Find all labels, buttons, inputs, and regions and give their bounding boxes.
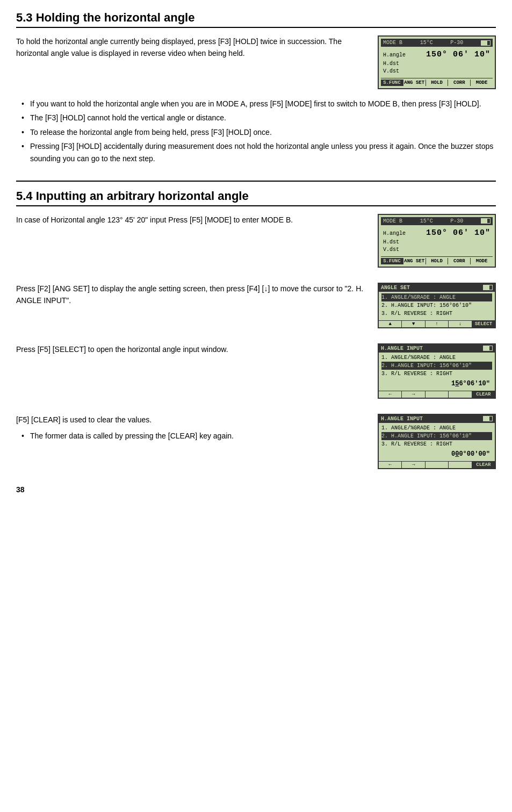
hangle-row-s1: H.angle 150° 06′ 10″ xyxy=(383,227,491,239)
step-4: [F5] [CLEAR] is used to clear the values… xyxy=(16,414,496,469)
section-54-title: 5.4 Inputting an arbitrary horizontal an… xyxy=(16,189,496,206)
section-53-intro: To hold the horizontal angle currently b… xyxy=(16,35,367,60)
lcd-battery-icon xyxy=(481,40,491,46)
angle-set-row-2: 2. H.ANGLE INPUT: 156°06′10″ xyxy=(381,301,492,310)
lcd-as-footer: ▲ ▼ ↑ ↓ SELECT xyxy=(379,320,495,327)
lcd-temp: 15°C xyxy=(420,40,433,46)
btn-corr-s1[interactable]: CORR xyxy=(448,258,471,264)
step-1-desc: In case of Horizontal angle 123° 45' 20"… xyxy=(16,214,367,226)
lcd-header-1: MODE B 15°C P-30 xyxy=(381,39,493,47)
lcd-hangle-row: H.angle 150° 06′ 10″ xyxy=(383,49,491,60)
btn-hold[interactable]: HOLD xyxy=(426,80,449,86)
btn-empty-2 xyxy=(449,391,472,398)
hdst-label: H.dst xyxy=(383,60,410,68)
bullet-3: To release the horizontal angle from bei… xyxy=(21,126,496,138)
lcd-body-step1: H.angle 150° 06′ 10″ H.dst V.dst xyxy=(381,226,493,255)
step-3-text: Press [F5] [SELECT] to open the horizont… xyxy=(16,343,367,357)
btn-left-arrow[interactable]: ← xyxy=(379,391,402,398)
hangle-row-1b: 1. ANGLE/%GRADE : ANGLE xyxy=(381,424,492,432)
step-4-desc: [F5] [CLEAR] is used to clear the values… xyxy=(16,414,367,426)
step-2: Press [F2] [ANG SET] to display the angl… xyxy=(16,283,496,328)
btn-mode-s1[interactable]: MODE xyxy=(471,258,493,264)
lcd-vdst-row: V.dst xyxy=(383,68,491,75)
btn-right-arrow[interactable]: → xyxy=(402,391,425,398)
step-1-text: In case of Horizontal angle 123° 45' 20"… xyxy=(16,214,367,228)
lcd-header-step1: MODE B 15°C P-30 xyxy=(381,217,493,225)
step-3-desc: Press [F5] [SELECT] to open the horizont… xyxy=(16,343,367,355)
hangle-label-s1: H.angle xyxy=(383,230,410,238)
section-53: 5.3 Holding the horizontal angle To hold… xyxy=(16,11,496,164)
btn-clear[interactable]: CLEAR xyxy=(472,391,495,398)
btn-empty-1 xyxy=(426,391,449,398)
bullet-1: If you want to hold the horizontal angle… xyxy=(21,98,496,110)
lcd-ha-footer: ← → CLEAR xyxy=(379,391,495,398)
btn-left-arrow-2[interactable]: ← xyxy=(379,462,402,468)
hangle-input-value: 156°06′10″ xyxy=(381,379,492,389)
hangle-value-s1: 150° 06′ 10″ xyxy=(426,227,491,239)
section-53-bullets: If you want to hold the horizontal angle… xyxy=(21,98,496,164)
section-53-content: To hold the horizontal angle currently b… xyxy=(16,35,496,89)
hangle-value: 150° 06′ 10″ xyxy=(426,49,491,60)
lcd-temp-s1: 15°C xyxy=(420,218,433,224)
clear-rest: 0°00′00″ xyxy=(459,450,490,458)
step-3: Press [F5] [SELECT] to open the horizont… xyxy=(16,343,496,399)
hangle-input-label: H.ANGLE INPUT xyxy=(381,346,423,351)
hangle-row-3: 3. R/L REVERSE : RIGHT xyxy=(381,370,492,378)
vdst-label: V.dst xyxy=(383,68,410,75)
btn-right-arrow-2[interactable]: → xyxy=(402,462,425,468)
btn-sfunc-s1[interactable]: S.FUNC xyxy=(381,258,403,264)
hangle-battery xyxy=(483,346,493,351)
lcd-ha-header-2: H.ANGLE INPUT xyxy=(379,415,495,423)
btn-select[interactable]: SELECT xyxy=(472,321,495,327)
hangle-clear-value: 000°00′00″ xyxy=(381,449,492,459)
lcd-footer-1: S.FUNC ANG SET HOLD CORR MODE xyxy=(381,78,493,86)
vdst-label-s1: V.dst xyxy=(383,246,410,254)
hangle-row-2: 2. H.ANGLE INPUT: 156°06′10″ xyxy=(381,362,492,370)
btn-sfunc[interactable]: S.FUNC xyxy=(381,80,403,86)
btn-angset-s1[interactable]: ANG SET xyxy=(403,258,426,264)
step-2-text: Press [F2] [ANG SET] to display the angl… xyxy=(16,283,367,309)
btn-empty-4 xyxy=(449,462,472,468)
lcd-as-header: ANGLE SET xyxy=(379,284,495,292)
hangle-row-3b: 3. R/L REVERSE : RIGHT xyxy=(381,440,492,448)
lcd-ha-body: 1. ANGLE/%GRADE : ANGLE 2. H.ANGLE INPUT… xyxy=(379,353,495,390)
lcd-hangle-clear: H.ANGLE INPUT 1. ANGLE/%GRADE : ANGLE 2.… xyxy=(378,414,496,469)
lcd-angle-set: ANGLE SET 1. ANGLE/%GRADE : ANGLE 2. H.A… xyxy=(378,283,496,328)
step-4-bullets: The former data is called by pressing th… xyxy=(21,430,367,442)
hangle-battery-2 xyxy=(483,416,493,421)
lcd-hdst-row: H.dst xyxy=(383,60,491,68)
btn-corr[interactable]: CORR xyxy=(448,80,471,86)
section-separator xyxy=(16,181,496,182)
hangle-label: H.angle xyxy=(383,52,410,59)
lcd-ha-header: H.ANGLE INPUT xyxy=(379,344,495,353)
btn-empty-3 xyxy=(426,462,449,468)
page-number: 38 xyxy=(16,485,496,494)
btn-clear-2[interactable]: CLEAR xyxy=(472,462,495,468)
btn-down-arrow[interactable]: ↓ xyxy=(449,321,472,327)
hangle-row-2b: 2. H.ANGLE INPUT: 156°06′10″ xyxy=(381,432,492,440)
lcd-mode: MODE B xyxy=(383,40,402,46)
btn-up-arrow[interactable]: ↑ xyxy=(426,321,449,327)
hangle-input-label-2: H.ANGLE INPUT xyxy=(381,416,423,422)
lcd-ha-footer-2: ← → CLEAR xyxy=(379,461,495,468)
lcd-page-s1: P-30 xyxy=(450,218,463,224)
btn-up-tri[interactable]: ▲ xyxy=(379,321,402,327)
btn-down-tri[interactable]: ▼ xyxy=(402,321,425,327)
angle-set-label: ANGLE SET xyxy=(381,285,410,291)
input-rest: 6°06′10″ xyxy=(459,380,490,387)
lcd-footer-step1: S.FUNC ANG SET HOLD CORR MODE xyxy=(381,256,493,264)
angle-set-row-1: 1. ANGLE/%GRADE : ANGLE xyxy=(381,293,492,301)
btn-angset[interactable]: ANG SET xyxy=(403,80,426,86)
lcd-ha-body-2: 1. ANGLE/%GRADE : ANGLE 2. H.ANGLE INPUT… xyxy=(379,423,495,460)
vdst-row-s1: V.dst xyxy=(383,246,491,254)
hdst-row-s1: H.dst xyxy=(383,239,491,246)
btn-mode[interactable]: MODE xyxy=(471,80,493,86)
lcd-mode-s1: MODE B xyxy=(383,218,402,224)
btn-hold-s1[interactable]: HOLD xyxy=(426,258,449,264)
section-53-title: 5.3 Holding the horizontal angle xyxy=(16,11,496,28)
lcd-screen-step1: MODE B 15°C P-30 H.angle 150° 06′ 10″ H.… xyxy=(378,214,496,268)
section-54: 5.4 Inputting an arbitrary horizontal an… xyxy=(16,189,496,469)
lcd-screen-1: MODE B 15°C P-30 H.angle 150° 06′ 10″ H.… xyxy=(378,35,496,89)
lcd-hangle-input: H.ANGLE INPUT 1. ANGLE/%GRADE : ANGLE 2.… xyxy=(378,343,496,399)
step-1: In case of Horizontal angle 123° 45' 20"… xyxy=(16,214,496,268)
